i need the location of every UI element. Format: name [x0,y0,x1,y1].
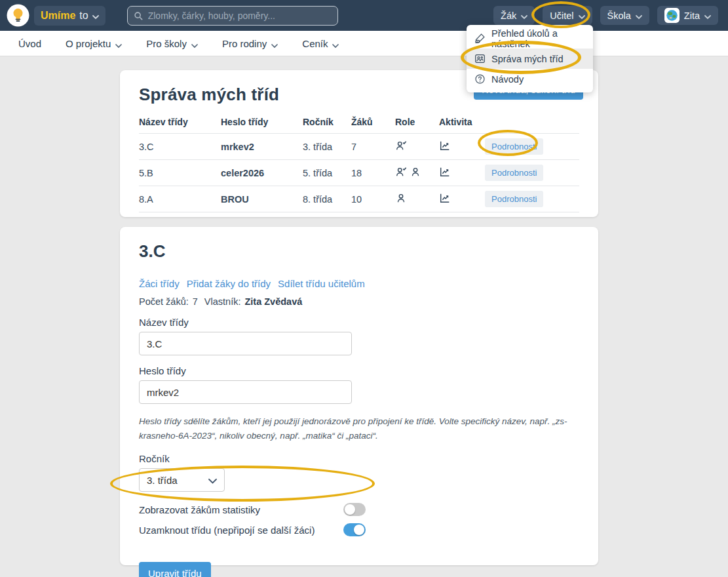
class-name-input[interactable] [139,332,352,355]
class-students: 10 [351,186,395,212]
menu-zak-label: Žák [501,10,516,21]
table-header-row: Název třídy Heslo třídy Ročník Žáků Role… [139,114,579,134]
menu-item-navody[interactable]: Návody [467,69,593,89]
person-check-icon [395,166,407,180]
lightbulb-logo-icon[interactable] [7,4,29,27]
link-pridat-zaky[interactable]: Přidat žáky do třídy [187,278,271,289]
chevron-down-icon [332,39,339,50]
menu-item-sprava-trid[interactable]: Správa mých tříd [467,49,593,69]
nav-item-label: Ceník [302,38,328,49]
search-input[interactable] [127,6,338,26]
class-password: mrkev2 [221,134,303,160]
nav-item-pro-rodiny[interactable]: Pro rodiny [222,37,278,50]
search-icon [134,11,143,23]
toggle-row-lock: Uzamknout třídu (nepřipojí se další žáci… [139,522,366,538]
brand-name-highlight: Umíme [41,10,75,22]
nav-item-label: Úvod [18,38,41,49]
col-header-nazev: Název třídy [139,114,221,134]
nav-item-label: Pro rodiny [222,38,267,49]
class-detail-title: 3.C [139,241,579,262]
details-button[interactable]: Podrobnosti [485,191,543,207]
chevron-down-icon [636,10,642,21]
chevron-down-icon [208,475,217,486]
assignments-overview-icon [474,33,486,44]
details-button[interactable]: Podrobnosti [485,165,543,181]
table-row: 8.A BROU 8. třída 10 Podrobnosti [139,186,579,212]
class-grade: 5. třída [303,160,351,186]
top-navbar: Umíme to Žák Učitel Škola [0,0,728,31]
students-count-label: Počet žáků: [139,296,189,307]
menu-item-label: Správa mých tříd [491,54,564,64]
brand-menu-button[interactable]: Umíme to [34,6,105,26]
class-name: 3.C [139,134,221,160]
user-name-label: Zita [684,10,700,21]
class-name: 5.B [139,160,221,186]
col-header-aktivita: Aktivita [439,114,485,134]
toggle-row-statistics: Zobrazovat žákům statistiky [139,502,366,517]
brand-name-rest: to [79,10,88,22]
students-count-value: 7 [193,296,198,307]
class-students: 7 [351,134,395,160]
search-box [127,6,338,26]
link-zaci-tridy[interactable]: Žáci třídy [139,278,180,289]
menu-item-label: Návody [491,74,524,85]
table-row: 3.C mrkev2 3. třída 7 Podrobnosti [139,134,579,160]
col-header-zaku: Žáků [351,114,395,134]
link-sdilet-tridu[interactable]: Sdílet třídu učitelům [278,278,365,289]
help-icon [474,73,486,85]
chevron-down-icon [704,10,711,21]
class-name: 8.A [139,186,221,212]
activity-chart-icon[interactable] [439,166,451,180]
user-menu-button[interactable]: Zita [657,6,718,25]
class-meta: Počet žáků: 7 Vlastník: Zita Zvědavá [139,296,579,307]
menu-button-ucitel[interactable]: Učitel [543,6,592,25]
class-password: BROU [221,186,303,212]
class-grade: 3. třída [303,134,351,160]
person-icon [410,166,421,180]
grade-select-value: 3. třída [147,475,178,486]
menu-button-skola[interactable]: Škola [600,6,649,25]
chevron-down-icon [115,39,122,50]
activity-chart-icon[interactable] [439,140,451,153]
classes-table: Název třídy Heslo třídy Ročník Žáků Role… [139,114,579,212]
nav-item-pro-skoly[interactable]: Pro školy [146,37,198,50]
class-password-input[interactable] [139,380,352,404]
nav-item-label: Pro školy [146,38,187,49]
password-help-text: Heslo třídy sdělíte žákům, kteří jej pou… [139,414,579,443]
menu-button-zak[interactable]: Žák [493,6,535,25]
class-links: Žáci třídy Přidat žáky do třídy Sdílet t… [139,278,579,289]
nav-item-label: O projektu [66,38,111,49]
save-class-button[interactable]: Upravit třídu [139,562,211,577]
owner-value: Zita Zvědavá [244,296,302,307]
navbar-right-cluster: Žák Učitel Škola [493,6,718,25]
lock-class-toggle[interactable] [343,523,366,536]
col-header-role: Role [395,114,439,134]
chevron-down-icon [521,10,527,21]
menu-item-prehled-ukolu[interactable]: Přehled úkolů a nástěnek [467,28,593,49]
grade-field-label: Ročník [139,453,579,464]
menu-skola-label: Škola [607,10,631,21]
col-header-heslo: Heslo třídy [221,114,303,134]
grade-select[interactable]: 3. třída [139,468,225,492]
owner-label: Vlastník: [204,296,241,307]
toggle-label: Zobrazovat žákům statistiky [139,504,260,515]
class-students: 18 [351,160,395,186]
chevron-down-icon [579,10,585,21]
my-classes-icon [474,53,486,64]
nav-item-cenik[interactable]: Ceník [302,37,339,50]
details-button[interactable]: Podrobnosti [485,138,543,155]
toggle-list: Zobrazovat žákům statistiky Uzamknout tř… [139,502,366,538]
person-icon [395,192,407,206]
globe-avatar-icon [664,8,680,23]
chevron-down-icon [271,39,278,50]
name-field-label: Název třídy [139,317,579,328]
class-grade: 8. třída [303,186,351,212]
teacher-dropdown-menu: Přehled úkolů a nástěnek Správa mých tří… [467,25,593,92]
chevron-down-icon [191,39,198,50]
activity-chart-icon[interactable] [439,192,451,206]
nav-item-o-projektu[interactable]: O projektu [66,37,122,50]
class-password: celer2026 [221,160,303,186]
nav-item-uvod[interactable]: Úvod [18,38,41,49]
statistics-toggle[interactable] [343,503,366,516]
toggle-label: Uzamknout třídu (nepřipojí se další žáci… [139,525,315,536]
